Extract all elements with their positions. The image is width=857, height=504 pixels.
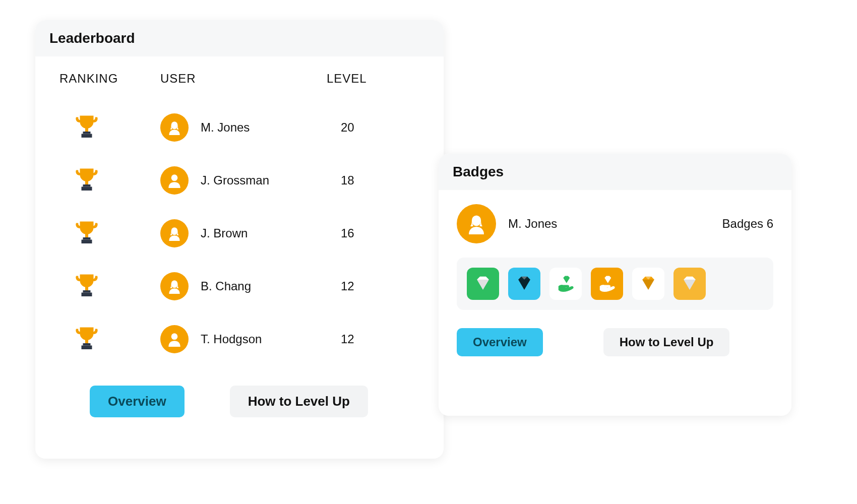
trophy-icon [75, 113, 99, 142]
hand-diamond-icon [597, 274, 617, 293]
diamond-icon [515, 274, 534, 293]
user-name: M. Jones [201, 120, 250, 135]
overview-button[interactable]: Overview [457, 328, 543, 356]
leaderboard-columns: RANKING USER LEVEL [59, 72, 419, 86]
overview-button[interactable]: Overview [90, 386, 185, 417]
user-cell: T. Hodgson [160, 325, 327, 353]
diamond-icon [473, 274, 493, 293]
badges-body: M. Jones Badges 6 Overview How to Level … [439, 190, 791, 374]
level-cell: 20 [327, 120, 402, 135]
trophy-icon [75, 219, 99, 246]
level-up-button[interactable]: How to Level Up [230, 386, 368, 417]
trophy-icon [75, 325, 99, 353]
user-cell: B. Chang [160, 272, 327, 300]
trophy-icon [75, 325, 99, 352]
table-row: J. Grossman 18 [59, 154, 419, 207]
avatar [160, 272, 189, 300]
badge-diamond-outline[interactable] [632, 268, 664, 300]
badges-actions: Overview How to Level Up [457, 328, 773, 356]
svg-point-16 [171, 333, 178, 340]
svg-rect-13 [85, 339, 88, 343]
user-name: B. Chang [201, 279, 251, 293]
badge-hand-diamond-green[interactable] [549, 268, 582, 300]
badges-card: Badges M. Jones Badges 6 [439, 154, 791, 416]
badge-strip [457, 258, 773, 310]
badge-user-row: M. Jones Badges 6 [457, 204, 773, 243]
rank-cell [59, 272, 160, 300]
badge-count: Badges 6 [722, 217, 773, 231]
leaderboard-actions: Overview How to Level Up [59, 386, 419, 417]
level-up-button[interactable]: How to Level Up [603, 328, 730, 356]
user-name: T. Hodgson [201, 332, 262, 346]
avatar [160, 113, 189, 142]
avatar [160, 219, 189, 247]
diamond-icon [639, 274, 658, 293]
badge-hand-diamond-orange[interactable] [591, 268, 623, 300]
trophy-icon [75, 166, 99, 194]
user-cell: J. Grossman [160, 166, 327, 195]
badge-diamond-green[interactable] [467, 268, 499, 300]
leaderboard-header: Leaderboard [35, 20, 444, 56]
svg-rect-5 [82, 186, 92, 191]
svg-rect-9 [82, 239, 92, 243]
trophy-icon [75, 166, 99, 195]
leaderboard-body: RANKING USER LEVEL M. Jones 20 [35, 56, 444, 437]
table-row: M. Jones 20 [59, 101, 419, 154]
person-male-icon [166, 331, 183, 348]
svg-point-6 [171, 174, 178, 181]
user-cell: J. Brown [160, 219, 327, 247]
hand-diamond-icon [556, 274, 575, 293]
avatar [160, 166, 189, 195]
badge-diamond-amber[interactable] [674, 268, 706, 300]
level-cell: 12 [327, 279, 402, 293]
person-female-icon [166, 225, 183, 242]
svg-rect-10 [85, 286, 88, 290]
badge-user-name: M. Jones [508, 217, 557, 231]
column-level: LEVEL [327, 72, 402, 86]
avatar [457, 204, 496, 243]
diamond-icon [680, 274, 699, 293]
rank-cell [59, 219, 160, 247]
rank-cell [59, 166, 160, 195]
trophy-icon [75, 219, 99, 247]
leaderboard-title: Leaderboard [49, 30, 430, 46]
svg-rect-15 [82, 345, 92, 349]
column-ranking: RANKING [59, 72, 160, 86]
user-cell: M. Jones [160, 113, 327, 142]
person-male-icon [166, 172, 183, 189]
person-female-icon [166, 278, 183, 295]
level-cell: 12 [327, 332, 402, 346]
svg-rect-3 [85, 180, 88, 184]
svg-rect-14 [83, 343, 91, 346]
user-name: J. Grossman [201, 173, 269, 187]
svg-rect-4 [83, 184, 91, 187]
table-row: J. Brown 16 [59, 207, 419, 260]
trophy-icon [75, 272, 99, 300]
column-user: USER [160, 72, 327, 86]
table-row: T. Hodgson 12 [59, 312, 419, 365]
svg-rect-8 [83, 237, 91, 240]
level-cell: 16 [327, 226, 402, 240]
badge-user-left: M. Jones [457, 204, 557, 243]
avatar [160, 325, 189, 353]
badge-diamond-blue[interactable] [508, 268, 540, 300]
svg-rect-0 [85, 128, 88, 132]
rank-cell [59, 113, 160, 142]
trophy-icon [75, 113, 99, 141]
leaderboard-card: Leaderboard RANKING USER LEVEL M. Jones … [35, 20, 444, 459]
svg-rect-2 [82, 134, 92, 138]
svg-rect-12 [82, 292, 92, 296]
trophy-icon [75, 272, 99, 299]
leaderboard-rows: M. Jones 20 J. Grossman 18 [59, 101, 419, 365]
user-name: J. Brown [201, 226, 248, 240]
table-row: B. Chang 12 [59, 260, 419, 312]
level-cell: 18 [327, 173, 402, 187]
badges-title: Badges [453, 164, 777, 180]
svg-rect-7 [85, 233, 88, 237]
badges-header: Badges [439, 154, 791, 190]
svg-rect-11 [83, 290, 91, 293]
svg-rect-1 [83, 132, 91, 134]
person-female-icon [464, 212, 488, 236]
person-female-icon [166, 119, 183, 136]
rank-cell [59, 325, 160, 353]
